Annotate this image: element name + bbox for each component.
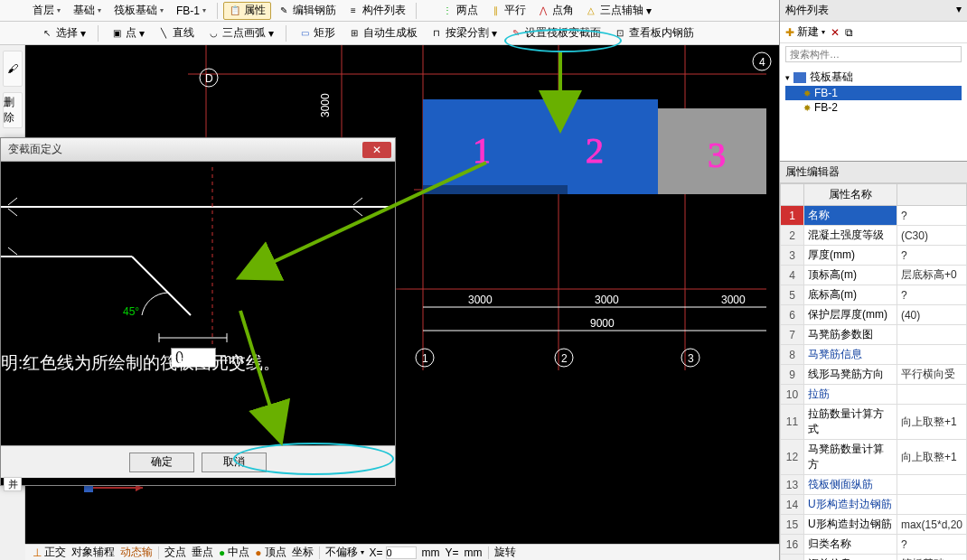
svg-text:3000: 3000 [319, 93, 332, 117]
properties-panel: 属性编辑器 属性名称 1名称?2混凝土强度等级(C30)3厚度(mm)?4顶标高… [780, 161, 967, 560]
subtype-dropdown[interactable]: 筏板基础▾ [108, 2, 169, 20]
attributes-icon: 📋 [229, 5, 241, 17]
rotate-button[interactable]: 旋转 [494, 545, 516, 560]
svg-line-40 [353, 198, 362, 205]
right-panel: 构件列表▾ ✚新建▾ ✕ ⧉ ▾筏板基础 ✸FB-1 ✸FB-2 属性编辑器 属… [779, 0, 967, 560]
two-point-icon: ⋮ [441, 5, 454, 17]
set-section-button[interactable]: ✎设置筏板变截面 [505, 24, 606, 42]
svg-line-42 [8, 198, 17, 205]
property-row[interactable]: 12马凳筋数量计算方向上取整+1 [781, 440, 967, 475]
three-point-aux-icon: △ [585, 5, 597, 17]
svg-line-39 [132, 257, 191, 315]
midpoint-toggle[interactable]: ●中点 [219, 545, 249, 560]
property-row[interactable]: 5底标高(m)? [781, 285, 967, 305]
auto-gen-button[interactable]: ⊞自动生成板 [343, 24, 422, 42]
two-point-button[interactable]: ⋮两点 [437, 2, 483, 20]
svg-rect-13 [423, 99, 568, 185]
property-row[interactable]: 15U形构造封边钢筋max(15*d,20 [781, 515, 967, 535]
svg-text:3000: 3000 [595, 294, 619, 306]
tree-item-fb2[interactable]: ✸FB-2 [785, 100, 962, 115]
svg-text:3: 3 [708, 135, 726, 175]
tree-root[interactable]: ▾筏板基础 [785, 69, 962, 86]
property-row[interactable]: 7马凳筋参数图 [781, 325, 967, 345]
component-list-toolbar: ✚新建▾ ✕ ⧉ [780, 22, 967, 43]
ortho-toggle[interactable]: ⊥正交 [33, 545, 66, 560]
new-icon: ✚ [785, 26, 794, 39]
property-row[interactable]: 14U形构造封边钢筋 [781, 495, 967, 515]
property-row[interactable]: 13筏板侧面纵筋 [781, 475, 967, 495]
floor-dropdown[interactable]: 首层▾ [27, 2, 66, 20]
rect-button[interactable]: ▭矩形 [294, 24, 340, 42]
coord-toggle[interactable]: 坐标 [292, 545, 314, 560]
cancel-button[interactable]: 取消 [202, 453, 267, 472]
cursor-icon: ↖ [41, 27, 53, 40]
copy-button[interactable]: ⧉ [845, 26, 853, 39]
delete-tool[interactable]: 删除 [3, 92, 23, 128]
property-row[interactable]: 16归类名称? [781, 535, 967, 555]
parallel-icon: ∥ [489, 5, 502, 17]
dialog-titlebar[interactable]: 变截面定义 ✕ [1, 138, 395, 162]
property-row[interactable]: 8马凳筋信息 [781, 345, 967, 365]
split-icon: ⊓ [430, 27, 443, 40]
type-dropdown[interactable]: 基础▾ [68, 2, 107, 20]
property-row[interactable]: 3厚度(mm)? [781, 246, 967, 266]
attributes-button[interactable]: 📋属性 [223, 2, 271, 20]
svg-text:2: 2 [586, 130, 604, 171]
point-icon: ▣ [110, 27, 123, 40]
property-row[interactable]: 6保护层厚度(mm)(40) [781, 305, 967, 325]
parallel-button[interactable]: ∥平行 [484, 2, 530, 20]
select-button[interactable]: ↖选择▾ [36, 24, 90, 42]
intersection-toggle[interactable]: 交点 [164, 545, 186, 560]
view-rebar-button[interactable]: ⊡查看板内钢筋 [609, 24, 699, 42]
properties-title: 属性编辑器 [780, 162, 967, 183]
component-tree: ▾筏板基础 ✸FB-1 ✸FB-2 [780, 65, 967, 161]
mm-label: mm [422, 546, 440, 559]
component-list-button[interactable]: ≡构件列表 [343, 2, 410, 20]
split-beam-button[interactable]: ⊓按梁分割▾ [426, 24, 502, 42]
svg-text:45°: 45° [123, 305, 139, 318]
edit-rebar-button[interactable]: ✎编辑钢筋 [273, 2, 341, 20]
property-row[interactable]: 4顶标高(m)层底标高+0 [781, 266, 967, 285]
dialog-body: 45° mm 明:红色线为所绘制的筏板图元交线。 [1, 162, 395, 433]
property-row[interactable]: 17汇总信息筏板基础 [781, 555, 967, 561]
brush-tool[interactable]: 🖌 [3, 51, 23, 87]
component-dropdown[interactable]: FB-1▾ [171, 2, 211, 20]
svg-line-43 [8, 209, 17, 216]
property-row[interactable]: 1名称? [781, 206, 967, 226]
line-button[interactable]: ╲直线 [153, 24, 199, 42]
properties-table: 属性名称 1名称?2混凝土强度等级(C30)3厚度(mm)?4顶标高(m)层底标… [780, 183, 967, 560]
svg-line-41 [353, 209, 362, 216]
arc3-button[interactable]: ◡三点画弧▾ [202, 24, 278, 42]
property-row[interactable]: 11拉筋数量计算方式向上取整+1 [781, 405, 967, 440]
x-input[interactable] [386, 546, 417, 559]
dynamic-input-toggle[interactable]: 动态输 [120, 545, 153, 560]
component-search-input[interactable] [785, 46, 962, 62]
property-row[interactable]: 9线形马凳筋方向平行横向受 [781, 365, 967, 385]
sun-icon: ✸ [803, 103, 811, 113]
property-row[interactable]: 2混凝土强度等级(C30) [781, 226, 967, 246]
list-icon: ≡ [347, 5, 360, 17]
svg-line-44 [8, 247, 17, 255]
svg-text:1: 1 [422, 352, 428, 365]
property-row[interactable]: 10拉筋 [781, 385, 967, 405]
dialog-buttons: 确定 取消 [1, 445, 395, 478]
folder-icon [793, 72, 806, 83]
vertex-toggle[interactable]: ●顶点 [255, 545, 286, 560]
new-button[interactable]: ✚新建▾ [785, 24, 825, 40]
merge-tool[interactable]: 并 [4, 477, 22, 491]
svg-text:1: 1 [473, 130, 491, 171]
status-bar: ⊥正交 对象辅程 动态输 交点 垂点 ●中点 ●顶点 坐标 不偏移▾ X= mm… [25, 544, 779, 560]
point-button[interactable]: ▣点▾ [106, 24, 149, 42]
ok-button[interactable]: 确定 [129, 453, 194, 472]
panel-dropdown-icon[interactable]: ▾ [956, 3, 962, 15]
three-point-aux-button[interactable]: △三点辅轴▾ [580, 2, 656, 20]
perpendicular-toggle[interactable]: 垂点 [192, 545, 213, 560]
delete-entry-button[interactable]: ✕ [831, 26, 840, 39]
rect-icon: ▭ [298, 27, 311, 40]
dialog-close-button[interactable]: ✕ [362, 142, 391, 158]
point-angle-button[interactable]: ⋀点角 [532, 2, 578, 20]
mm-label2: mm [465, 546, 483, 559]
tree-item-fb1[interactable]: ✸FB-1 [785, 86, 962, 100]
snap-toggle[interactable]: 对象辅程 [71, 545, 115, 560]
offset-dropdown[interactable]: 不偏移▾ [325, 545, 364, 560]
